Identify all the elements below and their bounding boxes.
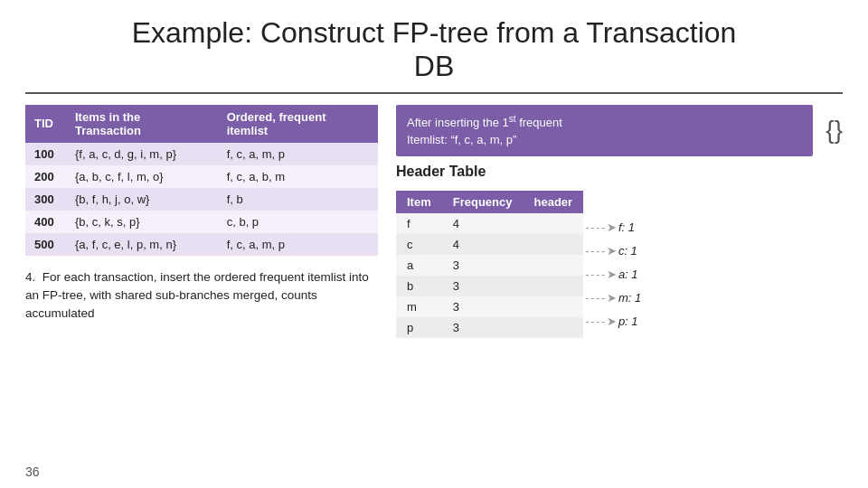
- cell-item: m: [396, 296, 442, 317]
- right-section: After inserting the 1st frequent Itemlis…: [396, 105, 843, 357]
- dashes-icon: - - - - ➤: [585, 221, 616, 234]
- table-row: 500 {a, f, c, e, l, p, m, n} f, c, a, m,…: [25, 233, 378, 256]
- header-table-row: a 3: [396, 255, 583, 276]
- cell-frequency: 3: [442, 296, 524, 317]
- page: Example: Construct FP-tree from a Transa…: [0, 0, 868, 488]
- header-table-row: c 4: [396, 234, 583, 255]
- table-row: 300 {b, f, h, j, o, w} f, b: [25, 188, 378, 211]
- cell-header-link: [523, 276, 583, 296]
- header-table-outer: Item Frequency header f 4 c 4 a 3 b 3 m …: [396, 191, 843, 357]
- cell-tid: 500: [25, 233, 66, 256]
- cell-header-link: [523, 296, 583, 317]
- page-number: 36: [25, 465, 40, 479]
- info-box: After inserting the 1st frequent Itemlis…: [396, 105, 813, 156]
- cell-tid: 200: [25, 165, 66, 188]
- fp-label: c: 1: [618, 244, 637, 258]
- cell-ordered: c, b, p: [218, 211, 378, 233]
- col-header-items: Items in the Transaction: [66, 105, 218, 143]
- header-table-row: p 3: [396, 317, 583, 338]
- transaction-table: TID Items in the Transaction Ordered, fr…: [25, 105, 378, 256]
- dashes-icon: - - - - ➤: [585, 244, 616, 258]
- label-row: - - - - ➤f: 1: [583, 216, 843, 239]
- cell-header-link: [523, 213, 583, 234]
- fp-label: a: 1: [618, 267, 638, 281]
- cell-frequency: 3: [442, 317, 524, 338]
- cell-ordered: f, b: [218, 188, 378, 211]
- cell-ordered: f, c, a, m, p: [218, 143, 378, 165]
- col-item: Item: [396, 191, 442, 213]
- cell-ordered: f, c, a, b, m: [218, 165, 378, 188]
- labels-column: - - - - ➤f: 1- - - - ➤c: 1- - - - ➤a: 1-…: [583, 191, 843, 357]
- label-row: - - - - ➤p: 1: [583, 310, 843, 333]
- label-row: [583, 333, 843, 357]
- col-header-tid: TID: [25, 105, 66, 143]
- cell-items: {f, a, c, d, g, i, m, p}: [66, 143, 218, 165]
- cell-frequency: 3: [442, 276, 524, 296]
- fp-label: f: 1: [618, 221, 635, 234]
- fp-label: m: 1: [618, 291, 641, 305]
- table-row: 100 {f, a, c, d, g, i, m, p} f, c, a, m,…: [25, 143, 378, 165]
- cell-header-link: [523, 234, 583, 255]
- col-header-ordered: Ordered, frequent itemlist: [218, 105, 378, 143]
- table-row: 400 {b, c, k, s, p} c, b, p: [25, 211, 378, 233]
- divider: [25, 92, 843, 94]
- page-title: Example: Construct FP-tree from a Transa…: [25, 16, 843, 83]
- header-table-row: m 3: [396, 296, 583, 317]
- fp-label: p: 1: [618, 314, 638, 328]
- col-frequency: Frequency: [442, 191, 524, 213]
- cell-tid: 100: [25, 143, 66, 165]
- cell-tid: 300: [25, 188, 66, 211]
- header-table-row: f 4: [396, 213, 583, 234]
- cell-items: {b, c, k, s, p}: [66, 211, 218, 233]
- header-table-row: b 3: [396, 276, 583, 296]
- left-section: TID Items in the Transaction Ordered, fr…: [25, 105, 378, 324]
- cell-item: a: [396, 255, 442, 276]
- header-table-header-row: Item Frequency header: [396, 191, 583, 213]
- cell-item: f: [396, 213, 442, 234]
- cell-items: {a, b, c, f, l, m, o}: [66, 165, 218, 188]
- cell-frequency: 4: [442, 213, 524, 234]
- step4-text: 4. For each transaction, insert the orde…: [25, 268, 378, 324]
- cell-frequency: 4: [442, 234, 524, 255]
- table-header-row: TID Items in the Transaction Ordered, fr…: [25, 105, 378, 143]
- empty-braces: {}: [826, 117, 843, 143]
- cell-header-link: [523, 317, 583, 338]
- top-right: After inserting the 1st frequent Itemlis…: [396, 105, 843, 156]
- cell-frequency: 3: [442, 255, 524, 276]
- cell-ordered: f, c, a, m, p: [218, 233, 378, 256]
- cell-tid: 400: [25, 211, 66, 233]
- header-table: Item Frequency header f 4 c 4 a 3 b 3 m …: [396, 191, 583, 338]
- cell-item: b: [396, 276, 442, 296]
- cell-items: {a, f, c, e, l, p, m, n}: [66, 233, 218, 256]
- cell-item: p: [396, 317, 442, 338]
- dashes-icon: - - - - ➤: [585, 291, 616, 305]
- content-area: TID Items in the Transaction Ordered, fr…: [25, 105, 843, 357]
- cell-items: {b, f, h, j, o, w}: [66, 188, 218, 211]
- header-table-title: Header Table: [396, 164, 486, 180]
- label-row: - - - - ➤c: 1: [583, 239, 843, 263]
- dashes-icon: - - - - ➤: [585, 314, 616, 328]
- col-header: header: [523, 191, 583, 213]
- dashes-icon: - - - - ➤: [585, 267, 616, 281]
- table-row: 200 {a, b, c, f, l, m, o} f, c, a, b, m: [25, 165, 378, 188]
- label-row: - - - - ➤m: 1: [583, 286, 843, 310]
- label-row: - - - - ➤a: 1: [583, 263, 843, 286]
- cell-item: c: [396, 234, 442, 255]
- cell-header-link: [523, 255, 583, 276]
- header-table-inner: Item Frequency header f 4 c 4 a 3 b 3 m …: [396, 191, 583, 338]
